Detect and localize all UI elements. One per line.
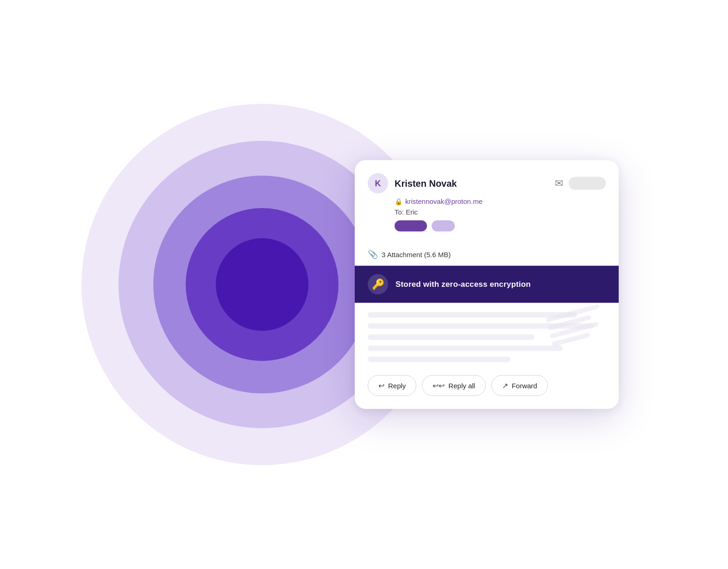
tag-pill-secondary [432, 221, 455, 232]
to-label: To: [395, 208, 404, 216]
reply-button[interactable]: ↩ Reply [368, 375, 416, 396]
email-body [355, 303, 619, 367]
key-icon: 🔑 [372, 278, 384, 291]
email-card: K Kristen Novak ✉ 🔒 kristennovak@proton.… [355, 160, 619, 409]
reply-icon: ↩ [378, 381, 384, 390]
header-pill [569, 177, 606, 190]
to-row: To: Eric [395, 208, 606, 216]
sender-email: kristennovak@proton.me [405, 197, 483, 205]
inbox-icon: ✉ [555, 177, 563, 190]
skeleton-line-3 [368, 335, 534, 340]
sender-email-row: 🔒 kristennovak@proton.me [395, 197, 606, 205]
sender-row: K Kristen Novak ✉ [368, 173, 606, 194]
encryption-text: Stored with zero-access encryption [395, 280, 531, 289]
tag-pill-primary [395, 221, 427, 232]
forward-label: Forward [512, 382, 537, 390]
lock-icon: 🔒 [395, 197, 402, 205]
card-header: K Kristen Novak ✉ 🔒 kristennovak@proton.… [355, 160, 619, 243]
skeleton-line-1 [368, 312, 577, 318]
encryption-banner: 🔑 Stored with zero-access encryption [355, 266, 619, 303]
forward-button[interactable]: ↗ Forward [491, 375, 548, 396]
skeleton-line-2 [368, 323, 594, 329]
reply-all-label: Reply all [448, 382, 475, 390]
to-name: Eric [406, 208, 418, 216]
sender-left: K Kristen Novak [368, 173, 457, 194]
avatar: K [368, 173, 388, 194]
scene: K Kristen Novak ✉ 🔒 kristennovak@proton.… [109, 53, 619, 516]
header-actions: ✉ [555, 177, 606, 190]
action-buttons: ↩ Reply ↩↩ Reply all ↗ Forward [355, 367, 619, 409]
reply-label: Reply [388, 382, 406, 390]
reply-all-button[interactable]: ↩↩ Reply all [422, 375, 486, 396]
sender-name: Kristen Novak [395, 178, 457, 189]
circle-5 [216, 238, 308, 331]
attachment-label: 3 Attachment (5.6 MB) [382, 250, 451, 258]
attachment-row: 📎 3 Attachment (5.6 MB) [355, 243, 619, 266]
attachment-icon: 📎 [368, 249, 378, 259]
key-icon-wrapper: 🔑 [368, 274, 388, 295]
forward-icon: ↗ [502, 381, 508, 390]
reply-all-icon: ↩↩ [433, 381, 445, 390]
tags-row [395, 221, 606, 232]
skeleton-line-4 [368, 346, 563, 351]
skeleton-line-5 [368, 357, 510, 362]
